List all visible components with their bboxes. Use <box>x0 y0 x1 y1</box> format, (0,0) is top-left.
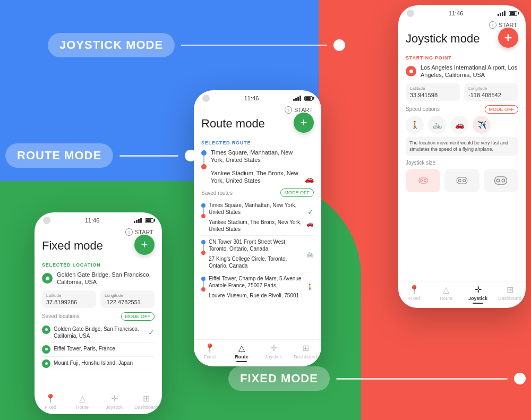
start-btn-joystick[interactable]: i START <box>489 21 517 29</box>
saved-item-1[interactable]: Golden Gate Bridge, San Francisco, Calif… <box>42 323 155 342</box>
nav-icon-joystick-route: △ <box>443 285 449 295</box>
fab-route[interactable]: + <box>294 113 314 133</box>
notch-route <box>202 95 210 102</box>
section-label-joystick: STARTING POINT <box>406 55 518 61</box>
speed-description: The location movement would be very fast… <box>406 137 518 156</box>
speed-plane[interactable]: ✈️ <box>473 116 491 134</box>
route-vehicle-1: 🚗 <box>306 220 314 227</box>
location-pin-fixed <box>42 273 53 284</box>
joystick-size-row <box>406 169 518 192</box>
svg-point-1 <box>420 179 422 182</box>
joystick-label-dot <box>333 39 345 51</box>
joystick-icon-fab <box>504 33 512 42</box>
sr3-dot-end <box>201 287 205 292</box>
nav-icon-fixed-dashboard: ⊞ <box>143 393 150 404</box>
nav-fixed-fixed[interactable]: 📍 Fixed <box>35 393 66 410</box>
start-btn-route[interactable]: i START <box>285 106 313 114</box>
nav-route-route[interactable]: △ Route <box>226 343 258 362</box>
fab-joystick[interactable] <box>498 28 518 48</box>
route-label-dot <box>185 150 196 161</box>
mode-off-btn-joystick[interactable]: MODE OFF <box>485 105 519 114</box>
nav-fixed-dashboard[interactable]: ⊞ Dashboard <box>130 393 162 410</box>
speed-walk[interactable]: 🚶 <box>406 116 424 134</box>
gamepad-medium-icon <box>456 174 468 187</box>
nav-fixed-joystick[interactable]: ✛ Joystick <box>98 393 130 410</box>
coord-row-joystick: Latitude 33.941598 Longitude -118.408542 <box>406 83 518 101</box>
saved-pin-2 <box>42 345 50 354</box>
joy-size-large[interactable] <box>484 169 518 192</box>
mode-off-btn-fixed[interactable]: MODE OFF <box>121 312 155 321</box>
svg-point-7 <box>497 179 500 182</box>
svg-point-5 <box>463 179 466 182</box>
time-route: 11:46 <box>244 95 259 101</box>
joystick-label-line <box>181 45 327 46</box>
nav-icon-fixed-joystick: ✛ <box>111 393 118 404</box>
status-bar-fixed: 11:46 <box>35 212 162 226</box>
location-pin-joystick <box>406 66 416 76</box>
route-dot-end <box>201 164 207 169</box>
notch-fixed <box>43 217 50 224</box>
speed-car[interactable]: 🚗 <box>450 116 468 134</box>
nav-joystick-fixed[interactable]: 📍 Fixed <box>398 285 430 304</box>
lon-box-fixed: Longitude -122.4782551 <box>100 290 155 308</box>
svg-point-4 <box>458 179 461 182</box>
info-icon-route: i <box>285 106 292 114</box>
saved-pin-3 <box>42 359 50 368</box>
route-dot-start <box>201 150 207 156</box>
route-vehicle-3: 🚶 <box>304 284 314 290</box>
saved-route-2[interactable]: CN Tower 301 Front Street West, Toronto,… <box>201 236 314 272</box>
pin-inner-fixed <box>46 277 49 280</box>
speed-bike[interactable]: 🚲 <box>428 116 446 134</box>
svg-point-2 <box>424 179 426 182</box>
nav-joystick: 📍 Fixed △ Route ✛ Joystick ⊞ Dashboard <box>398 281 526 308</box>
gamepad-small-icon <box>418 175 429 186</box>
gamepad-large-icon <box>493 173 508 188</box>
lat-box-fixed: Latitude 37.8199286 <box>42 290 96 308</box>
notch-joystick <box>407 10 414 17</box>
saved-route-1[interactable]: Times Square, Manhattan, New York, Unite… <box>201 199 314 236</box>
saved-item-3[interactable]: Mount Fuji, Honshu Island, Japan <box>42 357 155 371</box>
nav-route-dashboard[interactable]: ⊞ Dashboard <box>289 343 321 362</box>
start-btn-fixed[interactable]: i START <box>125 228 153 236</box>
nav-icon-joystick-fixed: 📍 <box>409 285 419 295</box>
nav-joystick-route[interactable]: △ Route <box>430 285 462 304</box>
phone-joystick: 11:46 i START Joystick mode STARTING POI… <box>398 5 526 308</box>
coord-row-fixed: Latitude 37.8199286 Longitude -122.47825… <box>42 290 155 308</box>
nav-joystick-dashboard[interactable]: ⊞ Dashboard <box>494 285 526 304</box>
route-label-line <box>119 155 178 157</box>
nav-underline-route <box>236 361 247 362</box>
signal-joystick <box>498 11 517 16</box>
joy-size-medium[interactable] <box>444 169 479 192</box>
sr3-line <box>203 281 204 287</box>
saved-route-3[interactable]: Eiffel Tower, Champ de Mars, 5 Avenue An… <box>201 272 314 302</box>
phone-route: 11:46 i START Route mode + SELECTED ROUT… <box>194 90 321 366</box>
check-1: ✓ <box>148 328 155 337</box>
sr1-line <box>203 208 204 214</box>
content-route: SELECTED ROUTE Times Square, Manhattan, … <box>194 140 321 339</box>
fab-fixed[interactable]: + <box>134 235 155 255</box>
mode-off-btn-route[interactable]: MODE OFF <box>280 188 314 197</box>
route-mode-label: ROUTE MODE <box>5 143 196 168</box>
status-bar-route: 11:46 <box>194 90 321 104</box>
route-vehicle-icon: 🚗 <box>305 175 314 183</box>
nav-route-joystick[interactable]: ✛ Joystick <box>258 343 289 362</box>
content-fixed: SELECTED LOCATION Golden Gate Bridge, Sa… <box>35 262 162 390</box>
nav-icon-joystick-dashboard: ⊞ <box>507 285 513 295</box>
nav-route: 📍 Fixed △ Route ✛ Joystick ⊞ Dashboard <box>194 339 321 366</box>
phone-fixed: 11:46 i START Fixed mode + SELECTED LOCA… <box>35 212 162 414</box>
route-vehicle-2: 🚲 <box>304 251 314 258</box>
nav-icon-route-joystick: ✛ <box>270 343 277 353</box>
svg-point-8 <box>502 179 505 182</box>
sr2-dot-start <box>201 240 205 244</box>
time-joystick: 11:46 <box>449 10 464 16</box>
saved-item-2[interactable]: Eiffel Tower, Paris, France <box>42 342 155 357</box>
nav-joystick-joystick[interactable]: ✛ Joystick <box>462 285 494 304</box>
fixed-mode-label: FIXED MODE <box>228 366 526 391</box>
nav-fixed-route[interactable]: △ Route <box>66 393 98 410</box>
joy-size-small[interactable] <box>406 169 440 192</box>
joystick-size-label: Joystick size <box>406 160 518 166</box>
sr1-dot-start <box>201 203 205 208</box>
sr1-dot-end <box>201 214 205 218</box>
nav-route-fixed[interactable]: 📍 Fixed <box>194 343 226 362</box>
joystick-mode-label: JOYSTICK MODE <box>48 33 345 57</box>
